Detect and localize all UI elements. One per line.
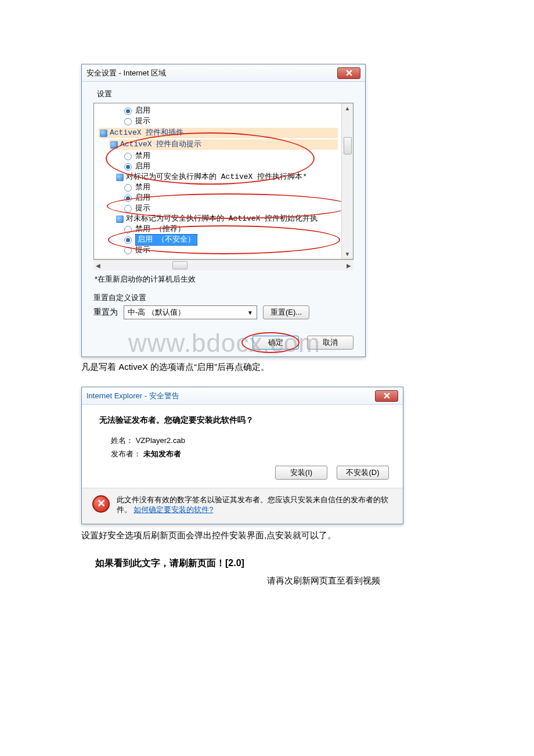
settings-label: 设置: [97, 89, 353, 99]
option-label: 启用 （不安全）: [135, 234, 197, 246]
close-button[interactable]: [375, 390, 398, 402]
option-label: 提示: [135, 203, 150, 214]
refresh-notice: 如果看到此文字，请刷新页面！[2.0]: [95, 557, 453, 570]
reset-label: 重置为: [93, 307, 118, 318]
category-icon: [116, 174, 124, 181]
install-button[interactable]: 安装(I): [275, 466, 327, 480]
warning-footer: ✕ 此文件没有有效的数字签名以验证其发布者。您应该只安装来自信任的发布者的软件。…: [82, 488, 403, 524]
scroll-up-icon: ▲: [345, 103, 351, 113]
radio-icon: [124, 226, 132, 233]
category-icon: [100, 129, 107, 137]
option-label: 提示: [135, 245, 150, 255]
caption-text: 设置好安全选项后刷新页面会弹出控件安装界面,点安装就可以了。: [81, 530, 453, 541]
radio-option[interactable]: 提示: [124, 245, 341, 255]
radio-icon: [124, 153, 132, 160]
file-info: 姓名： VZPlayer2.cab 发布者： 未知发布者: [111, 434, 389, 461]
option-label: 启用: [135, 161, 150, 172]
reset-button[interactable]: 重置(E)...: [263, 305, 309, 319]
option-label: 禁用: [135, 182, 150, 193]
category-safe-script: 对标记为可安全执行脚本的 ActiveX 控件执行脚本*: [116, 172, 341, 182]
caption-text: 凡是写着 ActiveX 的选项请点“启用”后再点确定。: [81, 362, 453, 373]
ie-security-warning-dialog: Internet Explorer - 安全警告 无法验证发布者。您确定要安装此…: [81, 387, 403, 524]
vertical-scrollbar[interactable]: ▲ ▼: [341, 103, 353, 259]
publisher-label: 发布者：: [111, 449, 141, 458]
select-value: 中-高 （默认值）: [128, 307, 185, 318]
category-icon: [116, 215, 124, 223]
radio-icon: [124, 236, 132, 244]
reset-level-select[interactable]: 中-高 （默认值） ▼: [124, 305, 257, 319]
category-unsafe-script: 对未标记为可安全执行脚本的 ActiveX 控件初始化并执: [116, 214, 341, 224]
category-icon: [110, 141, 118, 149]
name-value: VZPlayer2.cab: [136, 436, 185, 445]
radio-option[interactable]: 提示: [124, 116, 341, 127]
radio-option-selected[interactable]: 启用 （不安全）: [124, 235, 341, 245]
radio-icon: [124, 195, 132, 202]
close-icon: [384, 393, 390, 399]
footer-message: 此文件没有有效的数字签名以验证其发布者。您应该只安装来自信任的发布者的软件。 如…: [117, 495, 389, 516]
reset-section-title: 重置自定义设置: [93, 293, 353, 303]
radio-option[interactable]: 禁用 （推荐）: [124, 224, 341, 235]
option-label: 启用: [135, 193, 150, 203]
category-label: ActiveX 控件和插件: [110, 128, 183, 138]
category-label: ActiveX 控件自动提示: [120, 139, 201, 150]
scroll-left-icon: ◀: [96, 262, 100, 269]
dont-install-button[interactable]: 不安装(D): [337, 466, 389, 480]
category-activex: ActiveX 控件和插件: [99, 128, 338, 138]
dialog-body: 设置 启用 提示 ActiveX 控件和插件 ActiveX 控件自动提示: [82, 82, 365, 357]
radio-option[interactable]: 禁用: [124, 182, 341, 193]
dialog-title: Internet Explorer - 安全警告: [86, 391, 375, 401]
watermark-text: www.bdocx.com: [128, 329, 320, 358]
install-buttons: 安装(I) 不安装(D): [99, 466, 389, 480]
radio-icon: [124, 107, 132, 115]
scroll-thumb[interactable]: [344, 137, 352, 154]
warning-body: 无法验证发布者。您确定要安装此软件吗？ 姓名： VZPlayer2.cab 发布…: [82, 405, 403, 488]
scroll-down-icon: ▼: [345, 249, 351, 259]
scroll-thumb[interactable]: [172, 261, 187, 269]
refresh-sub-notice: 请再次刷新网页直至看到视频: [267, 575, 453, 586]
radio-option[interactable]: 启用: [124, 106, 341, 116]
radio-option[interactable]: 启用: [124, 193, 341, 203]
name-label: 姓名：: [111, 436, 134, 445]
titlebar: 安全设置 - Internet 区域: [82, 64, 365, 82]
radio-icon: [124, 184, 132, 192]
radio-option[interactable]: 提示: [124, 203, 341, 214]
radio-option[interactable]: 禁用: [124, 151, 341, 161]
radio-option[interactable]: 启用: [124, 161, 341, 172]
help-link[interactable]: 如何确定要安装的软件?: [134, 506, 213, 514]
error-shield-icon: ✕: [92, 495, 110, 513]
restart-note: *在重新启动你的计算机后生效: [95, 274, 353, 285]
warning-question: 无法验证发布者。您确定要安装此软件吗？: [99, 415, 389, 426]
category-activex-autoprompt: ActiveX 控件自动提示: [109, 139, 338, 150]
category-label: 对标记为可安全执行脚本的 ActiveX 控件执行脚本*: [126, 172, 307, 182]
settings-tree[interactable]: 启用 提示 ActiveX 控件和插件 ActiveX 控件自动提示 禁用: [94, 103, 341, 259]
publisher-value: 未知发布者: [143, 449, 181, 458]
option-label: 提示: [135, 116, 150, 127]
scroll-track: [103, 261, 344, 269]
reset-row: 重置为 中-高 （默认值） ▼ 重置(E)...: [93, 305, 353, 319]
radio-icon: [124, 163, 132, 171]
radio-icon: [124, 205, 132, 213]
category-label: 对未标记为可安全执行脚本的 ActiveX 控件初始化并执: [126, 214, 317, 224]
close-icon: [346, 70, 352, 76]
option-label: 启用: [135, 106, 150, 116]
close-button[interactable]: [337, 67, 360, 79]
dialog-title: 安全设置 - Internet 区域: [86, 68, 337, 78]
chevron-down-icon: ▼: [247, 309, 253, 316]
radio-icon: [124, 118, 132, 125]
radio-icon: [124, 247, 132, 254]
horizontal-scrollbar[interactable]: ◀ ▶: [93, 260, 353, 271]
titlebar: Internet Explorer - 安全警告: [82, 387, 403, 405]
settings-list: 启用 提示 ActiveX 控件和插件 ActiveX 控件自动提示 禁用: [93, 103, 353, 260]
option-label: 禁用: [135, 151, 150, 161]
security-settings-dialog: 安全设置 - Internet 区域 设置 启用 提示 ActiveX 控件和插…: [81, 64, 366, 357]
scroll-right-icon: ▶: [347, 262, 351, 269]
option-label: 禁用 （推荐）: [135, 224, 185, 235]
